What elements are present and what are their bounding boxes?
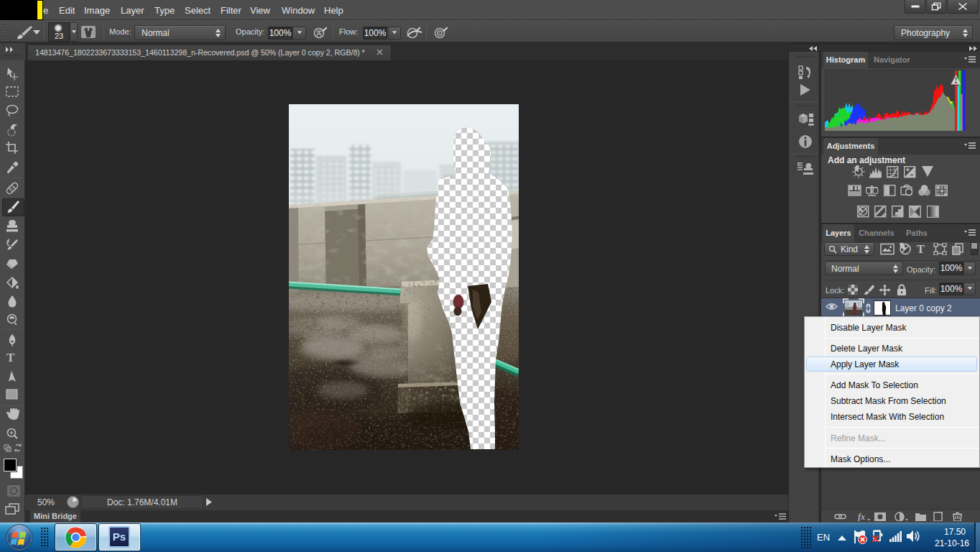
svg-text:T: T: [917, 243, 925, 255]
svg-text:fx: fx: [858, 512, 865, 521]
